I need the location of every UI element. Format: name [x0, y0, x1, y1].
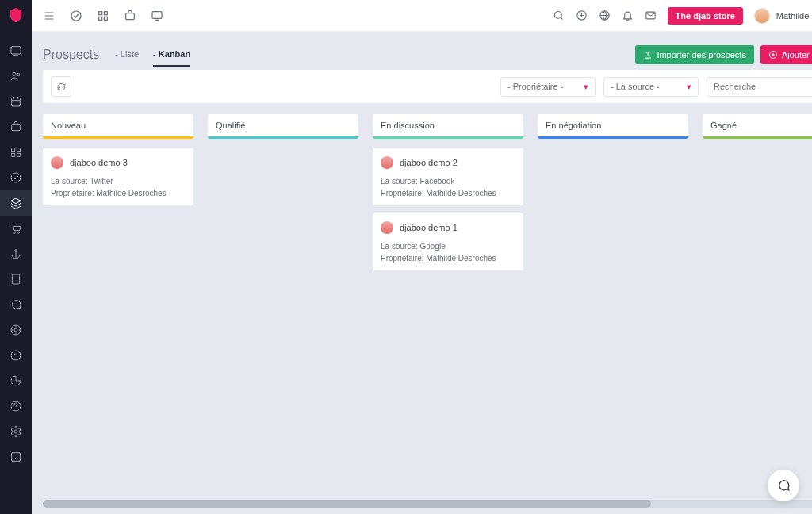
display-icon[interactable] — [151, 10, 163, 22]
scrollbar-thumb[interactable] — [43, 500, 651, 508]
nav-projects[interactable] — [0, 114, 32, 140]
owner-select-label: - Propriétaire - — [508, 82, 563, 91]
card-avatar — [381, 156, 393, 169]
import-button-label: Importer des prospects — [657, 50, 746, 59]
nav-settings[interactable] — [0, 419, 32, 444]
nav-dashboard[interactable] — [0, 38, 32, 63]
kanban-board: Nouveau djaboo demo 3 La source: Twitter… — [43, 114, 812, 493]
svg-rect-21 — [99, 11, 102, 14]
card-source: La source: Twitter — [51, 177, 186, 186]
chat-fab[interactable] — [768, 470, 799, 501]
grid-icon[interactable] — [97, 10, 109, 22]
owner-select[interactable]: - Propriétaire - ▾ — [500, 77, 596, 97]
card-title: djaboo demo 2 — [400, 158, 458, 167]
nav-reports[interactable] — [0, 368, 32, 393]
store-button[interactable]: The djab store — [668, 7, 743, 25]
card-owner: Propriétaire: Mathilde Desroches — [381, 254, 515, 263]
tab-list[interactable]: - Liste — [115, 43, 139, 67]
nav-support[interactable] — [0, 317, 32, 343]
nav-chat[interactable] — [0, 292, 32, 317]
sidebar — [0, 0, 32, 514]
bell-icon[interactable] — [622, 10, 634, 21]
briefcase-icon[interactable] — [124, 10, 136, 22]
check-icon[interactable] — [70, 10, 82, 22]
card-source: La source: Facebook — [381, 177, 515, 186]
nav-help[interactable] — [0, 393, 32, 419]
svg-rect-19 — [12, 453, 21, 462]
search-box[interactable] — [707, 77, 812, 97]
tab-kanban[interactable]: - Kanban — [153, 43, 190, 67]
filter-bar: - Propriétaire - ▾ - La source - ▾ — [43, 70, 812, 103]
svg-point-11 — [17, 232, 19, 233]
svg-rect-13 — [12, 274, 19, 284]
nav-commerce[interactable] — [0, 216, 32, 241]
svg-point-2 — [17, 73, 20, 75]
globe-icon[interactable] — [599, 10, 611, 21]
svg-rect-23 — [99, 17, 102, 20]
svg-rect-22 — [104, 11, 107, 14]
svg-rect-26 — [152, 11, 162, 18]
svg-point-18 — [14, 430, 17, 433]
column-header: Gagné — [703, 114, 812, 139]
card-source: La source: Google — [381, 242, 515, 251]
card-owner: Propriétaire: Mathilde Desroches — [51, 189, 186, 198]
svg-rect-8 — [17, 153, 20, 156]
refresh-button[interactable] — [51, 76, 71, 97]
svg-point-10 — [13, 232, 15, 233]
chevron-down-icon: ▾ — [584, 82, 588, 92]
card-title: djaboo demo 1 — [400, 223, 458, 232]
prospect-card[interactable]: djaboo demo 3 La source: Twitter Proprié… — [43, 148, 193, 205]
username: Mathilde Desroches — [776, 11, 812, 21]
search-input[interactable] — [714, 82, 812, 91]
user-menu[interactable]: Mathilde Desroches — [754, 8, 812, 24]
plus-icon[interactable] — [576, 10, 588, 21]
svg-rect-25 — [126, 13, 135, 19]
search-icon[interactable] — [553, 10, 565, 21]
nav-add[interactable] — [0, 343, 32, 368]
svg-rect-5 — [12, 148, 15, 152]
page-header: Prospects - Liste - Kanban Importer des … — [43, 43, 812, 67]
horizontal-scrollbar[interactable] — [43, 500, 812, 508]
mail-icon[interactable] — [645, 10, 657, 21]
svg-point-9 — [11, 173, 21, 182]
nav-tasks[interactable] — [0, 165, 32, 190]
source-select-label: - La source - — [611, 82, 660, 91]
prospect-card[interactable]: djaboo demo 1 La source: Google Propriét… — [373, 213, 523, 270]
column-header: Qualifié — [208, 114, 358, 139]
svg-rect-7 — [12, 153, 15, 156]
card-owner: Propriétaire: Mathilde Desroches — [381, 189, 515, 198]
nav-docs[interactable] — [0, 267, 32, 292]
page-title: Prospects — [43, 48, 99, 62]
nav-contacts[interactable] — [0, 63, 32, 89]
svg-rect-24 — [104, 17, 107, 20]
menu-icon[interactable] — [43, 10, 56, 22]
svg-point-20 — [71, 11, 81, 21]
source-select[interactable]: - La source - ▾ — [603, 77, 699, 97]
card-title: djaboo demo 3 — [70, 158, 128, 167]
nav-apps[interactable] — [0, 140, 32, 165]
logo — [7, 6, 25, 24]
svg-rect-0 — [11, 47, 21, 54]
nav-anchor[interactable] — [0, 241, 32, 267]
nav-calendar[interactable] — [0, 89, 32, 114]
import-button[interactable]: Importer des prospects — [635, 45, 754, 64]
column-header: En négotiation — [538, 114, 688, 139]
svg-rect-4 — [12, 125, 21, 131]
nav-prospects[interactable] — [0, 190, 32, 216]
column-header: En discussion — [373, 114, 523, 139]
add-button-label: Ajouter prospect — [782, 50, 812, 59]
column-qualifie: Qualifié — [208, 114, 358, 485]
svg-point-15 — [14, 328, 17, 332]
avatar — [754, 8, 770, 24]
card-avatar — [381, 221, 393, 234]
nav-edit[interactable] — [0, 444, 32, 470]
add-button[interactable]: Ajouter prospect — [760, 45, 812, 64]
column-header: Nouveau — [43, 114, 193, 139]
column-gagne: Gagné — [703, 114, 812, 485]
svg-point-1 — [13, 72, 16, 75]
column-discussion: En discussion djaboo demo 2 La source: F… — [373, 114, 523, 485]
column-nouveau: Nouveau djaboo demo 3 La source: Twitter… — [43, 114, 193, 485]
prospect-card[interactable]: djaboo demo 2 La source: Facebook Propri… — [373, 148, 523, 205]
card-avatar — [51, 156, 63, 169]
topbar: The djab store Mathilde Desroches — [32, 0, 812, 32]
